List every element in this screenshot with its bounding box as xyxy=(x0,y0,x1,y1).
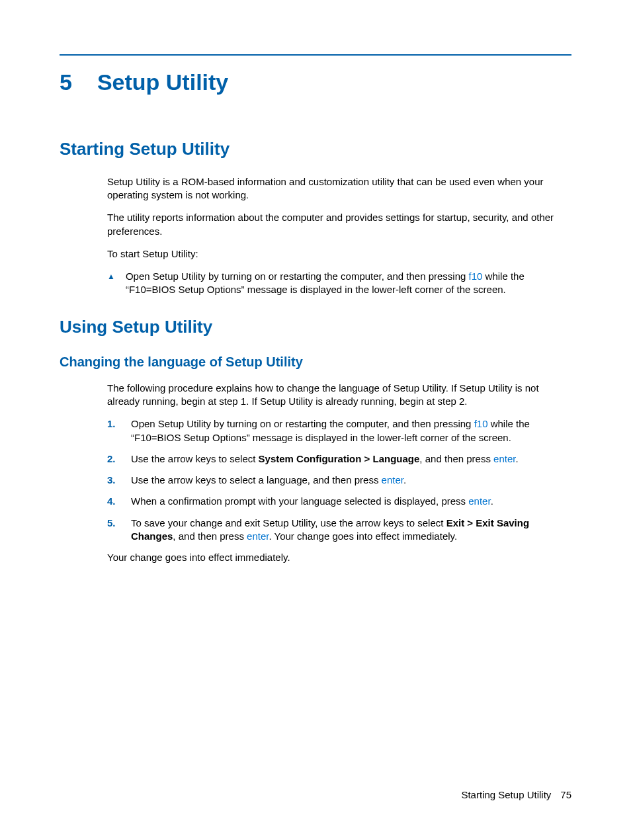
step-number: 3. xyxy=(107,474,119,487)
triangle-bullet-icon: ▲ xyxy=(107,270,115,283)
section2-body: The following procedure explains how to … xyxy=(107,382,571,409)
paragraph: The utility reports information about th… xyxy=(107,211,571,238)
section1-body: Setup Utility is a ROM-based information… xyxy=(107,175,571,261)
key-f10: f10 xyxy=(469,271,483,282)
chapter-heading: 5 Setup Utility xyxy=(60,67,571,98)
ordered-step-1: 1. Open Setup Utility by turning on or r… xyxy=(107,417,571,444)
paragraph: The following procedure explains how to … xyxy=(107,382,571,409)
step-number: 1. xyxy=(107,417,119,431)
page-footer: Starting Setup Utility75 xyxy=(461,788,571,802)
ordered-step-5: 5. To save your change and exit Setup Ut… xyxy=(107,517,571,544)
key-enter: enter xyxy=(468,495,490,507)
paragraph: To start Setup Utility: xyxy=(107,247,571,261)
ordered-step-4: 4. When a confirmation prompt with your … xyxy=(107,495,571,508)
menu-path: System Configuration > Language xyxy=(259,453,420,464)
page-content: 5 Setup Utility Starting Setup Utility S… xyxy=(0,0,631,564)
key-enter: enter xyxy=(493,453,515,464)
key-enter: enter xyxy=(382,474,403,485)
bullet-text: Open Setup Utility by turning on or rest… xyxy=(126,270,571,297)
paragraph: Setup Utility is a ROM-based information… xyxy=(107,175,571,202)
ordered-step-2: 2. Use the arrow keys to select System C… xyxy=(107,452,571,466)
section-heading-using: Using Setup Utility xyxy=(60,315,571,339)
chapter-title: Setup Utility xyxy=(97,67,228,98)
paragraph: Your change goes into effect immediately… xyxy=(107,551,571,564)
step-text: Use the arrow keys to select System Conf… xyxy=(131,452,519,466)
footer-section-title: Starting Setup Utility xyxy=(461,789,551,800)
step-text: Open Setup Utility by turning on or rest… xyxy=(131,417,571,444)
bullet-item: ▲ Open Setup Utility by turning on or re… xyxy=(107,270,571,297)
key-enter: enter xyxy=(247,530,269,542)
step-number: 5. xyxy=(107,517,119,530)
top-rule xyxy=(60,54,571,56)
step-number: 4. xyxy=(107,495,119,508)
key-f10: f10 xyxy=(474,418,488,429)
closing-body: Your change goes into effect immediately… xyxy=(107,551,571,564)
chapter-number: 5 xyxy=(60,67,72,98)
footer-page-number: 75 xyxy=(560,789,571,800)
step-text: When a confirmation prompt with your lan… xyxy=(131,495,493,508)
step-text: Use the arrow keys to select a language,… xyxy=(131,474,406,487)
section-heading-starting: Starting Setup Utility xyxy=(60,138,571,161)
ordered-step-3: 3. Use the arrow keys to select a langua… xyxy=(107,474,571,487)
step-text: To save your change and exit Setup Utili… xyxy=(131,517,571,544)
step-number: 2. xyxy=(107,452,119,466)
subsection-heading-language: Changing the language of Setup Utility xyxy=(60,353,571,371)
